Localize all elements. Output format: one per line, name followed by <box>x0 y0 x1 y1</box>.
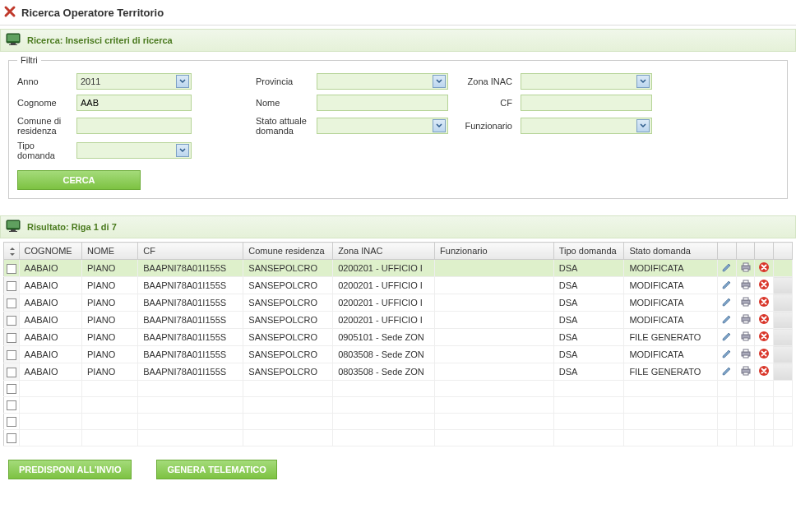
table-row[interactable]: AABAIOPIANOBAAPNI78A01I155SSANSEPOLCRO02… <box>4 277 793 294</box>
delete-icon[interactable] <box>755 294 774 312</box>
col-tipo[interactable]: Tipo domanda <box>553 243 624 260</box>
edit-icon[interactable] <box>718 277 737 294</box>
col-comune[interactable]: Comune residenza <box>243 243 333 260</box>
delete-icon[interactable] <box>755 277 774 294</box>
col-zona[interactable]: Zona INAC <box>333 243 435 260</box>
cell-funzionario <box>435 329 554 346</box>
row-checkbox[interactable] <box>4 430 20 446</box>
edit-icon[interactable] <box>718 260 737 277</box>
row-checkbox[interactable] <box>4 346 20 363</box>
table-row[interactable]: AABAIOPIANOBAAPNI78A01I155SSANSEPOLCRO09… <box>4 329 793 346</box>
col-delete <box>755 243 774 260</box>
cell-stato: FILE GENERATO <box>624 329 718 346</box>
filters-fieldset: Filtri Anno 2011 Provincia Zona INAC Cog… <box>8 55 788 199</box>
predisponi-button[interactable]: PREDISPONI ALL'INVIO <box>8 460 132 479</box>
cell-funzionario <box>435 260 554 277</box>
page-header: Ricerca Operatore Territorio <box>0 0 796 25</box>
col-funzionario[interactable]: Funzionario <box>435 243 554 260</box>
edit-icon[interactable] <box>718 312 737 329</box>
row-checkbox[interactable] <box>4 294 20 312</box>
cell-cognome: AABAIO <box>19 294 81 312</box>
select-all-header[interactable] <box>4 243 20 260</box>
nome-label: Nome <box>256 98 313 108</box>
scrollbar-cell <box>774 346 793 363</box>
close-icon[interactable] <box>3 5 16 20</box>
edit-icon[interactable] <box>718 294 737 312</box>
cell-comune: SANSEPOLCRO <box>243 346 333 363</box>
scrollbar-header <box>774 243 793 260</box>
print-icon[interactable] <box>736 329 755 346</box>
row-checkbox[interactable] <box>4 329 20 346</box>
results-grid-wrap: COGNOME NOME CF Comune residenza Zona IN… <box>3 242 793 446</box>
cell-tipo: DSA <box>553 260 624 277</box>
anno-select[interactable]: 2011 <box>76 73 192 90</box>
col-stato[interactable]: Stato domanda <box>624 243 718 260</box>
print-icon[interactable] <box>736 260 755 277</box>
funzionario-select[interactable] <box>521 118 652 134</box>
table-row-empty <box>4 397 793 414</box>
cell-cf: BAAPNI78A01I155S <box>138 329 243 346</box>
delete-icon[interactable] <box>755 346 774 363</box>
svg-rect-30 <box>743 355 748 358</box>
cell-stato: MODIFICATA <box>624 277 718 294</box>
svg-rect-13 <box>743 280 748 283</box>
search-section-title: Ricerca: Inserisci criteri di ricerca <box>27 35 173 45</box>
col-nome[interactable]: NOME <box>82 243 138 260</box>
svg-rect-18 <box>743 303 748 306</box>
chevron-down-icon <box>433 119 446 132</box>
svg-rect-10 <box>743 269 748 271</box>
col-cognome[interactable]: COGNOME <box>19 243 81 260</box>
chevron-down-icon <box>176 75 189 88</box>
delete-icon[interactable] <box>755 312 774 329</box>
table-row[interactable]: AABAIOPIANOBAAPNI78A01I155SSANSEPOLCRO08… <box>4 363 793 381</box>
comune-residenza-input[interactable] <box>76 118 192 134</box>
table-row[interactable]: AABAIOPIANOBAAPNI78A01I155SSANSEPOLCRO02… <box>4 294 793 312</box>
print-icon[interactable] <box>736 346 755 363</box>
cerca-button[interactable]: CERCA <box>17 170 141 190</box>
print-icon[interactable] <box>736 312 755 329</box>
scrollbar-cell <box>774 329 793 346</box>
print-icon[interactable] <box>736 363 755 381</box>
cell-funzionario <box>435 277 554 294</box>
zona-inac-label: Zona INAC <box>451 76 517 86</box>
print-icon[interactable] <box>736 294 755 312</box>
col-edit <box>718 243 737 260</box>
tipo-domanda-select[interactable] <box>76 142 192 159</box>
cognome-input[interactable] <box>76 95 192 111</box>
filters-legend: Filtri <box>17 55 41 65</box>
chevron-down-icon <box>636 75 650 88</box>
row-checkbox[interactable] <box>4 414 20 430</box>
scrollbar-cell <box>774 260 793 277</box>
provincia-select[interactable] <box>317 73 448 90</box>
print-icon[interactable] <box>736 277 755 294</box>
row-checkbox[interactable] <box>4 363 20 381</box>
edit-icon[interactable] <box>718 346 737 363</box>
cell-cognome: AABAIO <box>19 329 81 346</box>
stato-attuale-select[interactable] <box>317 118 448 134</box>
table-row[interactable]: AABAIOPIANOBAAPNI78A01I155SSANSEPOLCRO08… <box>4 346 793 363</box>
cf-input[interactable] <box>521 95 652 111</box>
cell-funzionario <box>435 294 554 312</box>
genera-telematico-button[interactable]: GENERA TELEMATICO <box>156 460 276 479</box>
delete-icon[interactable] <box>755 363 774 381</box>
row-checkbox[interactable] <box>4 397 20 414</box>
row-checkbox[interactable] <box>4 312 20 329</box>
nome-input[interactable] <box>317 95 448 111</box>
delete-icon[interactable] <box>755 260 774 277</box>
delete-icon[interactable] <box>755 329 774 346</box>
row-checkbox[interactable] <box>4 381 20 397</box>
table-row[interactable]: AABAIOPIANOBAAPNI78A01I155SSANSEPOLCRO02… <box>4 312 793 329</box>
table-row[interactable]: AABAIOPIANOBAAPNI78A01I155SSANSEPOLCRO02… <box>4 260 793 277</box>
cf-label: CF <box>451 98 517 108</box>
cell-stato: MODIFICATA <box>624 312 718 329</box>
col-cf[interactable]: CF <box>138 243 243 260</box>
row-checkbox[interactable] <box>4 260 20 277</box>
cell-stato: MODIFICATA <box>624 260 718 277</box>
row-checkbox[interactable] <box>4 277 20 294</box>
zona-inac-select[interactable] <box>521 73 652 90</box>
cell-zona: 0803508 - Sede ZON <box>333 363 435 381</box>
edit-icon[interactable] <box>718 363 737 381</box>
edit-icon[interactable] <box>718 329 737 346</box>
monitor-icon <box>6 220 21 234</box>
cell-cognome: AABAIO <box>19 277 81 294</box>
